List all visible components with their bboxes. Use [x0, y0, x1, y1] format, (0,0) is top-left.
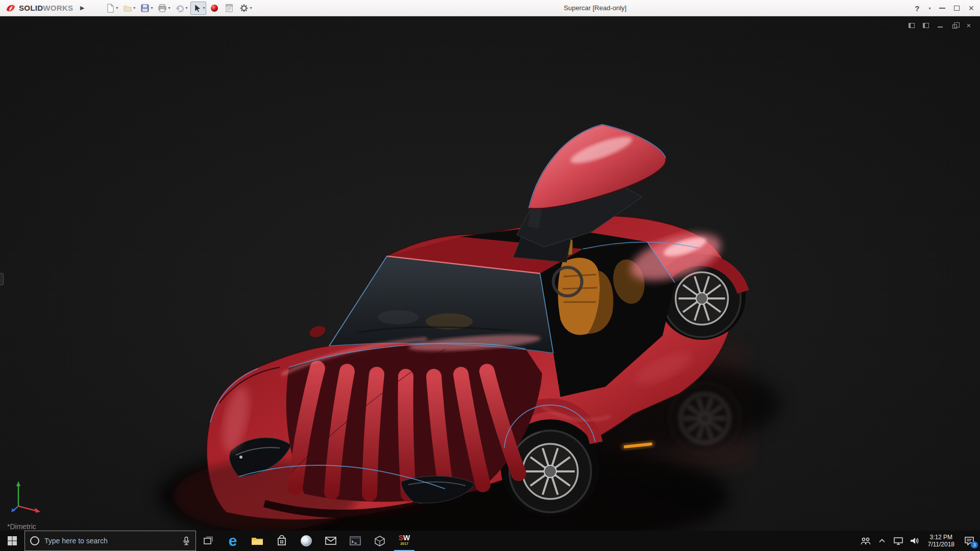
cortana-icon — [30, 536, 39, 545]
render-sphere-icon — [209, 3, 219, 13]
feature-manager-collapsed-tab[interactable] — [0, 273, 4, 285]
open-folder-icon — [122, 3, 133, 13]
edge-taskbar-button[interactable]: e — [220, 531, 245, 551]
tray-overflow-button[interactable] — [875, 531, 889, 551]
clock[interactable]: 3:12 PM 7/11/2018 — [924, 534, 959, 548]
dropdown-caret[interactable]: ▾ — [116, 6, 118, 10]
new-document-button[interactable]: ▾ — [104, 2, 119, 15]
circle-app-icon — [301, 535, 312, 546]
file-properties-icon — [224, 3, 234, 13]
solidworks-swirl-icon — [5, 3, 16, 14]
solidworks-taskbar-button[interactable]: SW 2017 — [392, 531, 416, 551]
dropdown-caret[interactable]: ▾ — [185, 6, 187, 10]
standard-toolbar: ▾ ▾ ▾ ▾ ▾ — [104, 2, 253, 15]
search-input[interactable] — [44, 537, 177, 545]
windows-taskbar: e — [0, 531, 980, 551]
chevron-up-icon — [879, 539, 885, 543]
doc-minimize-icon[interactable] — [936, 21, 944, 30]
taskbar-search[interactable] — [24, 531, 196, 551]
edge-icon: e — [229, 533, 237, 548]
render-sphere-button[interactable] — [208, 2, 221, 15]
print-button[interactable]: ▾ — [156, 2, 172, 15]
volume-button[interactable] — [908, 531, 922, 551]
dropdown-caret[interactable]: ▾ — [168, 6, 170, 10]
store-button[interactable] — [270, 531, 294, 551]
network-button[interactable] — [891, 531, 905, 551]
graphics-area[interactable]: × *Dimetric — [0, 16, 980, 531]
dropdown-caret[interactable]: ▾ — [203, 6, 205, 10]
supercar-model-render[interactable] — [0, 16, 980, 531]
clock-date: 7/11/2018 — [928, 541, 955, 548]
people-icon — [861, 537, 871, 545]
clock-time: 3:12 PM — [928, 534, 955, 541]
action-center-button[interactable]: 3 — [961, 531, 978, 551]
undo-icon — [175, 3, 185, 13]
new-document-icon — [105, 3, 115, 13]
sw-year: 2017 — [400, 541, 408, 546]
microphone-icon[interactable] — [182, 536, 190, 546]
edrawings-button[interactable] — [368, 531, 392, 551]
maximize-button[interactable] — [954, 6, 960, 11]
show-pane-icon[interactable] — [908, 21, 916, 30]
console-icon — [350, 536, 361, 545]
task-view-button[interactable] — [196, 531, 220, 551]
console-button[interactable] — [343, 531, 368, 551]
edrawings-cube-icon — [374, 535, 385, 546]
select-cursor-icon — [192, 3, 202, 13]
solidworks-window: SOLIDWORKS ▶ ▾ ▾ ▾ ▾ — [0, 0, 980, 551]
store-bag-icon — [277, 535, 287, 546]
system-tray: 3:12 PM 7/11/2018 3 — [859, 531, 980, 551]
undo-button[interactable]: ▾ — [173, 2, 189, 15]
people-button[interactable] — [859, 531, 873, 551]
view-orientation-label: *Dimetric — [7, 522, 36, 531]
solidworks-2017-icon: SW 2017 — [399, 535, 410, 546]
help-caret[interactable]: ▾ — [928, 6, 930, 11]
start-button[interactable] — [0, 531, 24, 551]
brand-bold: SOLID — [19, 4, 43, 12]
solidworks-logo: SOLIDWORKS — [0, 3, 73, 14]
orientation-triad — [9, 480, 42, 517]
menu-flyout-arrow[interactable]: ▶ — [78, 5, 86, 11]
notification-badge: 3 — [971, 541, 978, 548]
task-view-icon — [203, 535, 214, 546]
file-properties-button[interactable] — [223, 2, 236, 15]
titlebar: SOLIDWORKS ▶ ▾ ▾ ▾ ▾ — [0, 0, 980, 16]
close-button[interactable]: × — [968, 4, 974, 13]
file-explorer-button[interactable] — [245, 531, 270, 551]
document-title: Supercar [Read-only] — [564, 0, 627, 16]
dropdown-caret[interactable]: ▾ — [151, 6, 153, 10]
options-gear-icon — [239, 3, 249, 13]
app-circle-button[interactable] — [294, 531, 318, 551]
save-floppy-icon — [140, 3, 150, 13]
save-button[interactable]: ▾ — [138, 2, 154, 15]
doc-restore-icon[interactable] — [950, 21, 959, 30]
dropdown-caret[interactable]: ▾ — [133, 6, 135, 10]
volume-icon — [910, 537, 919, 544]
show-pane-2-icon[interactable] — [922, 21, 930, 30]
print-icon — [157, 3, 167, 13]
minimize-button[interactable] — [939, 8, 945, 9]
open-button[interactable]: ▾ — [121, 2, 137, 15]
display-network-icon — [894, 537, 903, 545]
document-window-controls: × — [908, 21, 973, 30]
mail-icon — [325, 537, 336, 545]
select-button[interactable]: ▾ — [190, 2, 206, 15]
brand-light: WORKS — [43, 4, 73, 12]
file-explorer-icon — [251, 536, 263, 546]
window-controls: ? ▾ × — [915, 0, 974, 16]
help-button[interactable]: ? — [915, 4, 919, 13]
doc-close-icon[interactable]: × — [965, 21, 973, 30]
options-button[interactable]: ▾ — [237, 2, 253, 15]
mail-button[interactable] — [318, 531, 343, 551]
windows-logo-icon — [7, 536, 17, 546]
brand-text: SOLIDWORKS — [19, 4, 73, 12]
dropdown-caret[interactable]: ▾ — [250, 6, 252, 10]
